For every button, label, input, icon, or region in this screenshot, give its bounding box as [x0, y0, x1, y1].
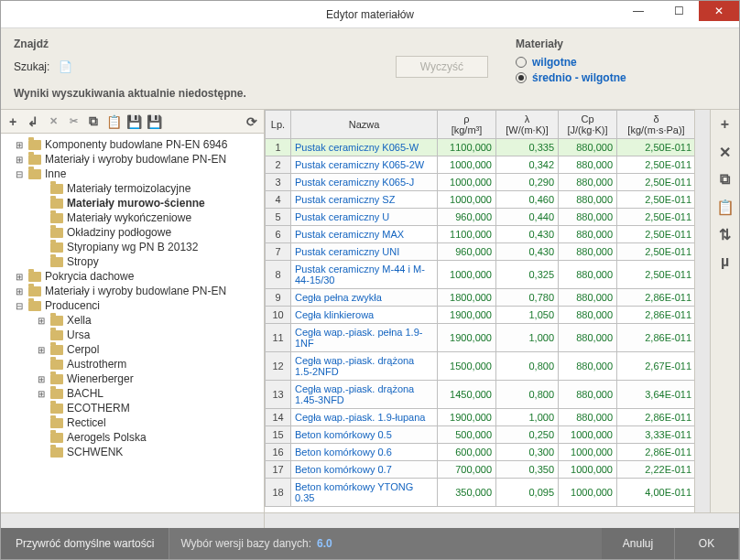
cell-name[interactable]: Cegła wap.-piask. 1.9-łupana [291, 409, 438, 426]
restore-defaults-button[interactable]: Przywróć domyślne wartości [1, 528, 169, 559]
table-row[interactable]: 16Beton komórkowy 0.6600,0000,3001000,00… [266, 444, 695, 461]
cell-lambda[interactable]: 0,250 [496, 426, 559, 444]
tree-item[interactable]: Stropy [3, 254, 262, 269]
col-rho[interactable]: ρ[kg/m³] [438, 111, 496, 139]
cell-delta[interactable]: 3,33E-011 [617, 426, 695, 444]
cell-lambda[interactable]: 0,430 [496, 243, 559, 261]
cell-rho[interactable]: 1450,000 [438, 381, 496, 409]
cell-delta[interactable]: 2,50E-011 [617, 226, 695, 243]
mu-icon[interactable]: µ [716, 253, 735, 271]
add-icon[interactable]: + [5, 113, 21, 131]
cell-cp[interactable]: 880,000 [559, 307, 617, 324]
cell-lambda[interactable]: 0,325 [496, 261, 559, 289]
col-lp[interactable]: Lp. [266, 111, 291, 139]
tree-item[interactable]: Materiały termoizolacyjne [3, 181, 262, 196]
delete-icon[interactable]: ✕ [45, 113, 61, 131]
table-row[interactable]: 14Cegła wap.-piask. 1.9-łupana1900,0001,… [266, 409, 695, 426]
collapse-icon[interactable]: ⊟ [14, 169, 25, 179]
cell-delta[interactable]: 3,64E-011 [617, 381, 695, 409]
col-lambda[interactable]: λ[W/(m·K)] [496, 111, 559, 139]
cell-cp[interactable]: 1000,000 [559, 479, 617, 507]
cell-rho[interactable]: 1100,000 [438, 226, 496, 243]
radio-moist-label[interactable]: wilgotne [532, 56, 577, 69]
cell-rho[interactable]: 1900,000 [438, 409, 496, 426]
tree-item[interactable]: Okładziny podłogowe [3, 225, 262, 240]
cell-delta[interactable]: 2,50E-011 [617, 156, 695, 174]
cell-cp[interactable]: 880,000 [559, 409, 617, 426]
col-delta[interactable]: δ[kg/(m·s·Pa)] [617, 111, 695, 139]
cell-cp[interactable]: 880,000 [559, 289, 617, 307]
cell-rho[interactable]: 1500,000 [438, 352, 496, 381]
cell-lambda[interactable]: 0,800 [496, 381, 559, 409]
cell-cp[interactable]: 1000,000 [559, 444, 617, 461]
search-doc-icon[interactable]: 📄 [59, 60, 72, 73]
table-row[interactable]: 1Pustak ceramiczny K065-W1100,0000,33588… [266, 139, 695, 156]
cell-rho[interactable]: 1100,000 [438, 139, 496, 156]
cell-rho[interactable]: 350,000 [438, 479, 496, 507]
tree-item[interactable]: SCHWENK [3, 445, 262, 459]
expand-icon[interactable]: ⊞ [36, 389, 47, 399]
cell-rho[interactable]: 1000,000 [438, 156, 496, 174]
cell-rho[interactable]: 1000,000 [438, 174, 496, 191]
cell-name[interactable]: Pustak ceramiczny MAX [291, 226, 438, 243]
table-row[interactable]: 5Pustak ceramiczny U960,0000,440880,0002… [266, 209, 695, 226]
table-row[interactable]: 18Beton komórkowy YTONG 0.35350,0000,095… [266, 479, 695, 507]
cell-lambda[interactable]: 0,342 [496, 156, 559, 174]
cell-lambda[interactable]: 0,300 [496, 444, 559, 461]
cell-delta[interactable]: 2,50E-011 [617, 209, 695, 226]
tree-item[interactable]: Ursa [3, 328, 262, 342]
tree[interactable]: ⊞Komponenty budowlane PN-EN 6946⊞Materia… [1, 134, 264, 512]
cell-name[interactable]: Cegła wap.-piask. drążona 1.45-3NFD [291, 381, 438, 409]
cell-name[interactable]: Beton komórkowy 0.7 [291, 461, 438, 479]
table-row[interactable]: 15Beton komórkowy 0.5500,0000,2501000,00… [266, 426, 695, 444]
cell-cp[interactable]: 880,000 [559, 261, 617, 289]
cancel-button[interactable]: Anuluj [602, 528, 675, 559]
cell-rho[interactable]: 960,000 [438, 243, 496, 261]
cell-cp[interactable]: 880,000 [559, 226, 617, 243]
minimize-button[interactable]: — [618, 1, 658, 21]
cell-delta[interactable]: 2,50E-011 [617, 174, 695, 191]
expand-icon[interactable]: ⊞ [14, 286, 25, 296]
cell-lambda[interactable]: 1,050 [496, 307, 559, 324]
table-scroll[interactable]: Lp. Nazwa ρ[kg/m³] λ[W/(m·K)] Cp[J/(kg·K… [265, 110, 694, 512]
cell-cp[interactable]: 880,000 [559, 191, 617, 209]
cell-name[interactable]: Pustak ceramiczny U [291, 209, 438, 226]
cell-name[interactable]: Cegła wap.-piask. pełna 1.9-1NF [291, 324, 438, 352]
cell-lambda[interactable]: 1,000 [496, 324, 559, 352]
col-cp[interactable]: Cp[J/(kg·K)] [559, 111, 617, 139]
cell-lambda[interactable]: 0,095 [496, 479, 559, 507]
expand-icon[interactable]: ⊞ [36, 374, 47, 384]
horizontal-scrollbars[interactable] [1, 512, 739, 528]
cell-delta[interactable]: 2,67E-011 [617, 352, 695, 381]
cell-lambda[interactable]: 0,350 [496, 461, 559, 479]
tree-item[interactable]: ⊞Wienerberger [3, 372, 262, 386]
copy-icon[interactable]: ⧉ [85, 113, 102, 131]
cell-delta[interactable]: 2,50E-011 [617, 191, 695, 209]
add-row-icon[interactable]: + [716, 115, 735, 134]
expand-icon[interactable]: ⊞ [36, 316, 47, 326]
expand-icon[interactable]: ⊞ [14, 272, 25, 282]
cell-delta[interactable]: 2,86E-011 [617, 409, 695, 426]
table-row[interactable]: 3Pustak ceramiczny K065-J1000,0000,29088… [266, 174, 695, 191]
delete-row-icon[interactable]: ✕ [716, 143, 735, 161]
cell-lambda[interactable]: 0,290 [496, 174, 559, 191]
tree-item[interactable]: ⊞Xella [3, 313, 262, 328]
copy-row-icon[interactable]: ⧉ [716, 170, 735, 188]
tree-item[interactable]: Austrotherm [3, 357, 262, 372]
tree-item[interactable]: Materiały murowo-ścienne [3, 196, 262, 210]
cell-cp[interactable]: 880,000 [559, 352, 617, 381]
tree-item[interactable]: Styropiany wg PN B 20132 [3, 240, 262, 254]
cell-lambda[interactable]: 0,430 [496, 226, 559, 243]
cell-name[interactable]: Cegła wap.-piask. drążona 1.5-2NFD [291, 352, 438, 381]
cell-cp[interactable]: 880,000 [559, 174, 617, 191]
cell-name[interactable]: Pustak ceramiczny SZ [291, 191, 438, 209]
tree-item[interactable]: ⊞Materiały i wyroby budowlane PN-EN [3, 284, 262, 298]
cell-cp[interactable]: 880,000 [559, 209, 617, 226]
tree-item[interactable]: ⊟Producenci [3, 298, 262, 313]
cell-name[interactable]: Cegła klinkierowa [291, 307, 438, 324]
cell-delta[interactable]: 2,22E-011 [617, 461, 695, 479]
cell-cp[interactable]: 880,000 [559, 139, 617, 156]
save-all-icon[interactable]: 💾 [146, 113, 162, 131]
tree-item[interactable]: Materiały wykończeniowe [3, 210, 262, 225]
cell-lambda[interactable]: 1,000 [496, 409, 559, 426]
